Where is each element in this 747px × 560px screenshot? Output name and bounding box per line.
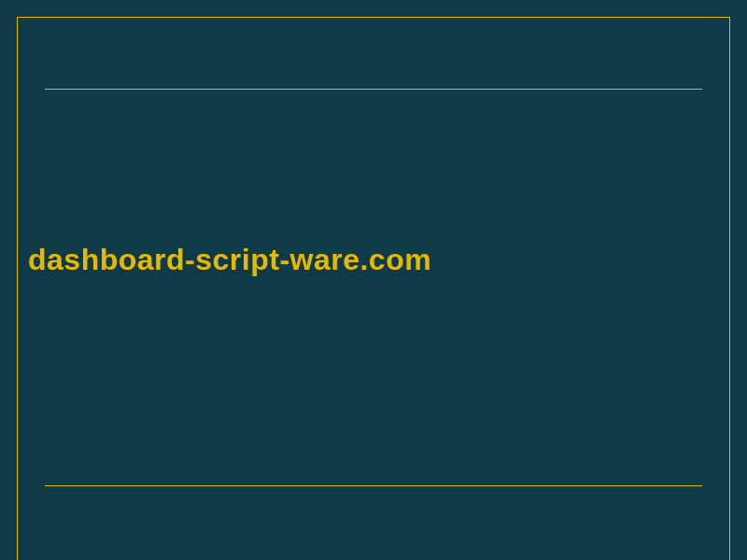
- divider-top: [45, 89, 702, 90]
- domain-title: dashboard-script-ware.com: [28, 243, 431, 277]
- outer-border-frame: [17, 17, 730, 560]
- divider-bottom: [45, 485, 702, 486]
